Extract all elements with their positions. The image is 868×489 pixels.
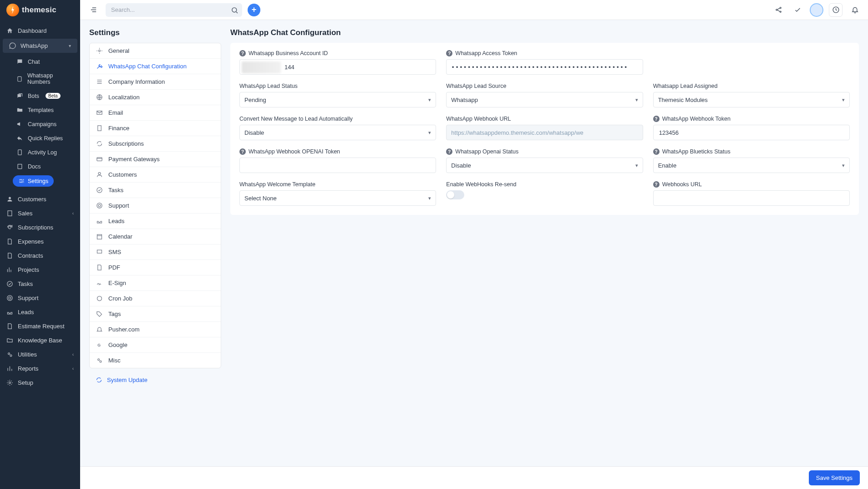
gears-icon [6, 351, 13, 358]
sidebar-item-expenses[interactable]: Expenses [0, 234, 80, 249]
brand-logo[interactable]: themesic [0, 0, 80, 20]
share-button[interactable] [772, 3, 785, 17]
sidebar-item-contracts[interactable]: Contracts [0, 249, 80, 263]
settings-item-misc[interactable]: Misc [90, 353, 221, 368]
lead-assigned-select[interactable]: Themesic Modules ▾ [653, 92, 850, 107]
select-value: Themesic Modules [658, 97, 708, 103]
sidebar-item-setup[interactable]: Setup [0, 376, 80, 390]
settings-item-customers[interactable]: Customers [90, 167, 221, 183]
sidebar-item-leads[interactable]: Leads [0, 305, 80, 319]
settings-item-tasks[interactable]: Tasks [90, 183, 221, 198]
sidebar-sub-chat[interactable]: Chat [0, 55, 80, 69]
whatsapp-icon [9, 42, 16, 49]
sidebar-item-reports[interactable]: Reports ‹ [0, 362, 80, 376]
lead-status-select[interactable]: Pending ▾ [239, 92, 436, 107]
sidebar-item-support[interactable]: Support [0, 291, 80, 305]
business-account-id-input[interactable]: 144 [239, 59, 436, 75]
help-icon[interactable]: ? [653, 116, 660, 122]
sidebar-item-customers[interactable]: Customers [0, 192, 80, 206]
sidebar-item-knowledge-base[interactable]: Knowledge Base [0, 333, 80, 347]
help-icon[interactable]: ? [239, 50, 246, 56]
settings-item-leads[interactable]: Leads [90, 214, 221, 229]
sidebar-item-projects[interactable]: Projects [0, 263, 80, 277]
bell-icon [851, 6, 859, 14]
sidebar-sub-docs[interactable]: Docs [0, 159, 80, 173]
sidebar-item-label: Chat [28, 59, 40, 65]
blueticks-status-select[interactable]: Enable ▾ [653, 158, 850, 173]
sidebar-sub-templates[interactable]: Templates [0, 103, 80, 117]
refresh-icon [6, 224, 13, 231]
settings-item-finance[interactable]: Finance [90, 121, 221, 136]
search-input[interactable] [106, 3, 242, 17]
settings-item-localization[interactable]: Localization [90, 90, 221, 105]
openai-status-select[interactable]: Disable ▾ [446, 158, 643, 173]
lead-source-select[interactable]: Whatsapp ▾ [446, 92, 643, 107]
openai-token-input[interactable] [239, 158, 436, 173]
svg-rect-20 [97, 158, 102, 161]
sidebar-item-dashboard[interactable]: Dashboard [0, 24, 80, 38]
settings-item-pusher[interactable]: Pusher.com [90, 322, 221, 337]
help-icon[interactable]: ? [239, 148, 246, 155]
quick-add-button[interactable]: + [248, 4, 260, 16]
settings-item-tags[interactable]: Tags [90, 306, 221, 322]
settings-item-payment-gateways[interactable]: Payment Gateways [90, 152, 221, 167]
settings-item-label: General [108, 47, 129, 54]
input-value[interactable] [244, 158, 431, 173]
help-icon[interactable]: ? [653, 181, 660, 188]
settings-item-sms[interactable]: SMS [90, 244, 221, 260]
sidebar-item-whatsapp[interactable]: WhatsApp ▾ [3, 39, 77, 53]
sidebar-sub-bots[interactable]: Bots Beta [0, 89, 80, 103]
search-icon[interactable] [231, 6, 239, 14]
sidebar-item-label: Tasks [18, 280, 33, 287]
help-icon[interactable]: ? [653, 148, 660, 155]
save-settings-button[interactable]: Save Settings [809, 470, 860, 485]
access-token-input[interactable]: ••••••••••••••••••••••••••••••••••••••••… [446, 59, 643, 75]
settings-item-general[interactable]: General [90, 43, 221, 59]
settings-item-support[interactable]: Support [90, 198, 221, 214]
settings-item-pdf[interactable]: PDF [90, 260, 221, 275]
convert-new-message-select[interactable]: Disable ▾ [239, 125, 436, 140]
help-icon[interactable]: ? [446, 50, 452, 56]
sidebar-item-estimate-request[interactable]: Estimate Request [0, 319, 80, 333]
sidebar-item-tasks[interactable]: Tasks [0, 277, 80, 291]
help-icon[interactable]: ? [446, 148, 452, 155]
sidebar-item-sales[interactable]: Sales ‹ [0, 206, 80, 220]
toggle-sidebar-button[interactable] [86, 3, 100, 17]
sidebar-item-subscriptions[interactable]: Subscriptions [0, 220, 80, 234]
sidebar-item-utilities[interactable]: Utilities ‹ [0, 347, 80, 362]
input-value[interactable] [658, 191, 845, 205]
label-blueticks-status: ? WhatsApp Blueticks Status [653, 148, 850, 155]
settings-item-subscriptions[interactable]: Subscriptions [90, 136, 221, 152]
settings-item-whatsapp-chat-configuration[interactable]: WhatsApp Chat Configuration [90, 59, 221, 74]
input-value[interactable] [658, 125, 845, 140]
svg-text:G: G [97, 343, 101, 347]
svg-point-23 [97, 203, 102, 208]
avatar[interactable] [810, 3, 823, 17]
label-openai-status: ? Whatsapp Openai Status [446, 148, 643, 155]
select-value: Pending [244, 97, 266, 103]
check-button[interactable] [791, 3, 804, 17]
sidebar-sub-settings[interactable]: Settings [13, 175, 54, 187]
webhooks-url-input[interactable] [653, 190, 850, 206]
sidebar-sub-quick-replies[interactable]: Quick Replies [0, 131, 80, 145]
sidebar-sub-campaigns[interactable]: Campaigns [0, 117, 80, 131]
settings-item-email[interactable]: Email [90, 105, 221, 121]
welcome-template-select[interactable]: Select None ▾ [239, 190, 436, 206]
settings-item-company-information[interactable]: Company Information [90, 74, 221, 90]
sidebar-sub-whatsapp-numbers[interactable]: Whatsapp Numbers [0, 69, 80, 89]
sidebar-sub-activity-log[interactable]: Activity Log [0, 145, 80, 159]
label-access-token: ? Whatsapp Access Token [446, 50, 643, 56]
settings-item-google[interactable]: GGoogle [90, 337, 221, 353]
settings-item-esign[interactable]: E-Sign [90, 275, 221, 291]
svg-point-22 [97, 188, 102, 193]
notifications-button[interactable] [848, 3, 862, 17]
wrench-icon [96, 63, 103, 70]
clock-button[interactable] [829, 3, 843, 17]
webhook-token-input[interactable] [653, 125, 850, 140]
settings-system-update-link[interactable]: System Update [89, 377, 221, 383]
settings-item-cron-job[interactable]: Cron Job [90, 291, 221, 306]
sidebar-item-label: Utilities [18, 351, 37, 358]
settings-item-calendar[interactable]: Calendar [90, 229, 221, 244]
webhooks-resend-toggle[interactable] [446, 190, 464, 199]
svg-point-24 [98, 204, 101, 207]
